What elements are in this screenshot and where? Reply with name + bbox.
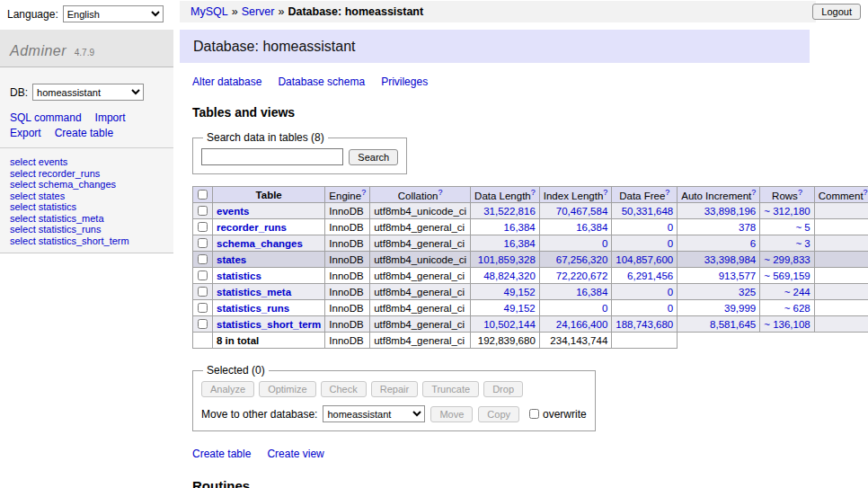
index-length-link-schema_changes[interactable]: 0 xyxy=(602,238,607,249)
help-link-rows[interactable]: ? xyxy=(798,188,802,197)
index-length-link-events[interactable]: 70,467,584 xyxy=(556,206,608,217)
index-length-link-statistics[interactable]: 72,220,672 xyxy=(556,271,608,281)
index-length-link-statistics_meta[interactable]: 16,384 xyxy=(576,287,607,297)
data-length-link-statistics_short_term[interactable]: 10,502,144 xyxy=(483,319,536,330)
sidebar-link-sql-command[interactable]: SQL command xyxy=(10,111,82,124)
row-checkbox-statistics_meta[interactable] xyxy=(198,287,208,297)
sidebar-select-states[interactable]: select states xyxy=(10,191,164,202)
auto-increment-link-states[interactable]: 33,398,984 xyxy=(704,254,757,265)
overwrite-option[interactable]: overwrite xyxy=(528,408,587,421)
table-link-statistics_runs[interactable]: statistics_runs xyxy=(217,303,289,314)
table-link-events[interactable]: events xyxy=(217,206,249,217)
optimize-button[interactable]: Optimize xyxy=(259,381,315,397)
rows-link-recorder_runs[interactable]: ~ 5 xyxy=(795,222,810,233)
sidebar-select-statistics-short-term[interactable]: select statistics_short_term xyxy=(10,235,164,247)
rows-link-schema_changes[interactable]: ~ 3 xyxy=(795,238,810,249)
data-free-link-statistics[interactable]: 6,291,456 xyxy=(627,271,673,281)
help-link-data-free[interactable]: ? xyxy=(665,188,669,197)
sidebar-link-create-table[interactable]: Create table xyxy=(55,127,113,139)
select-all-checkbox[interactable] xyxy=(198,190,208,200)
auto-increment-link-statistics_short_term[interactable]: 8,581,645 xyxy=(710,319,756,330)
row-checkbox-statistics_short_term[interactable] xyxy=(198,319,208,329)
sidebar-select-schema-changes[interactable]: select schema_changes xyxy=(10,179,164,191)
sidebar-link-import[interactable]: Import xyxy=(95,111,126,124)
sidebar-select-statistics[interactable]: select statistics xyxy=(10,201,164,213)
table-link-statistics_short_term[interactable]: statistics_short_term xyxy=(217,319,321,330)
overwrite-checkbox[interactable] xyxy=(529,409,539,419)
table-link-schema_changes[interactable]: schema_changes xyxy=(217,238,303,249)
index-length-link-statistics_short_term[interactable]: 24,166,400 xyxy=(556,319,608,330)
data-length-link-schema_changes[interactable]: 16,384 xyxy=(504,238,536,249)
data-free-link-statistics_short_term[interactable]: 188,743,680 xyxy=(616,319,673,330)
help-link-auto-increment[interactable]: ? xyxy=(751,188,756,197)
data-free-link-recorder_runs[interactable]: 0 xyxy=(668,222,673,233)
create-view-link[interactable]: Create view xyxy=(267,448,323,460)
logout-button[interactable]: Logout xyxy=(812,4,861,20)
table-link-statistics_meta[interactable]: statistics_meta xyxy=(217,287,291,297)
create-table-link[interactable]: Create table xyxy=(192,448,251,460)
alter-database-link[interactable]: Alter database xyxy=(192,75,261,88)
data-free-link-statistics_meta[interactable]: 0 xyxy=(668,287,673,297)
table-link-states[interactable]: states xyxy=(217,254,246,265)
table-link-statistics[interactable]: statistics xyxy=(217,271,261,281)
row-checkbox-events[interactable] xyxy=(198,206,208,216)
auto-increment-link-statistics_runs[interactable]: 39,999 xyxy=(724,303,756,314)
analyze-button[interactable]: Analyze xyxy=(201,381,254,397)
index-length-link-statistics_runs[interactable]: 0 xyxy=(602,303,607,314)
help-link-collation[interactable]: ? xyxy=(438,188,442,197)
auto-increment-link-schema_changes[interactable]: 6 xyxy=(750,238,756,249)
data-length-link-statistics_meta[interactable]: 49,152 xyxy=(504,287,536,297)
auto-increment-link-statistics[interactable]: 913,577 xyxy=(719,271,757,281)
drop-button[interactable]: Drop xyxy=(483,381,523,397)
row-checkbox-states[interactable] xyxy=(198,254,208,264)
sidebar-link-export[interactable]: Export xyxy=(10,127,41,139)
data-length-link-statistics_runs[interactable]: 49,152 xyxy=(504,303,536,314)
data-length-link-events[interactable]: 31,522,816 xyxy=(483,206,536,217)
index-length-link-states[interactable]: 67,256,320 xyxy=(556,254,608,265)
auto-increment-link-events[interactable]: 33,898,196 xyxy=(704,206,757,217)
rows-link-statistics[interactable]: ~ 569,159 xyxy=(764,271,810,281)
sidebar-select-statistics-runs[interactable]: select statistics_runs xyxy=(10,224,164,235)
sidebar-select-recorder-runs[interactable]: select recorder_runs xyxy=(10,168,164,180)
data-length-link-states[interactable]: 101,859,328 xyxy=(478,254,536,265)
data-length-link-recorder_runs[interactable]: 16,384 xyxy=(504,222,536,233)
search-input[interactable] xyxy=(201,148,343,165)
row-checkbox-recorder_runs[interactable] xyxy=(198,222,208,232)
data-free-link-schema_changes[interactable]: 0 xyxy=(668,238,673,249)
row-checkbox-statistics_runs[interactable] xyxy=(198,303,208,313)
breadcrumb-server-link[interactable]: Server xyxy=(242,5,275,18)
help-link-engine[interactable]: ? xyxy=(361,188,366,197)
data-length-link-statistics[interactable]: 48,824,320 xyxy=(483,271,536,281)
auto-increment-link-statistics_meta[interactable]: 325 xyxy=(739,287,756,297)
row-checkbox-statistics[interactable] xyxy=(198,271,208,280)
rows-link-statistics_runs[interactable]: ~ 628 xyxy=(784,303,810,314)
language-select[interactable]: English xyxy=(63,5,164,22)
index-length-link-recorder_runs[interactable]: 16,384 xyxy=(576,222,607,233)
help-link-data-length[interactable]: ? xyxy=(531,188,536,197)
row-checkbox-schema_changes[interactable] xyxy=(198,238,208,248)
rows-link-statistics_meta[interactable]: ~ 244 xyxy=(784,287,810,297)
repair-button[interactable]: Repair xyxy=(371,381,418,397)
move-db-select[interactable]: homeassistant xyxy=(323,405,425,422)
sidebar-select-events[interactable]: select events xyxy=(10,156,164,168)
db-select[interactable]: homeassistant xyxy=(32,84,144,101)
truncate-button[interactable]: Truncate xyxy=(422,381,479,397)
check-button[interactable]: Check xyxy=(321,381,367,397)
breadcrumb-mysql-link[interactable]: MySQL xyxy=(190,5,228,18)
search-button[interactable]: Search xyxy=(349,149,398,165)
rows-link-states[interactable]: ~ 299,833 xyxy=(764,254,810,265)
move-button[interactable]: Move xyxy=(430,406,473,422)
privileges-link[interactable]: Privileges xyxy=(381,75,428,88)
table-link-recorder_runs[interactable]: recorder_runs xyxy=(217,222,287,233)
copy-button[interactable]: Copy xyxy=(478,406,519,422)
help-link-comment[interactable]: ? xyxy=(864,188,868,197)
database-schema-link[interactable]: Database schema xyxy=(278,75,365,88)
data-free-link-statistics_runs[interactable]: 0 xyxy=(668,303,673,314)
sidebar-select-statistics-meta[interactable]: select statistics_meta xyxy=(10,213,164,225)
data-free-link-states[interactable]: 104,857,600 xyxy=(616,254,673,265)
help-link-index-length[interactable]: ? xyxy=(603,188,607,197)
rows-link-events[interactable]: ~ 312,180 xyxy=(764,206,810,217)
rows-link-statistics_short_term[interactable]: ~ 136,108 xyxy=(764,319,810,330)
auto-increment-link-recorder_runs[interactable]: 378 xyxy=(739,222,756,233)
data-free-link-events[interactable]: 50,331,648 xyxy=(622,206,674,217)
